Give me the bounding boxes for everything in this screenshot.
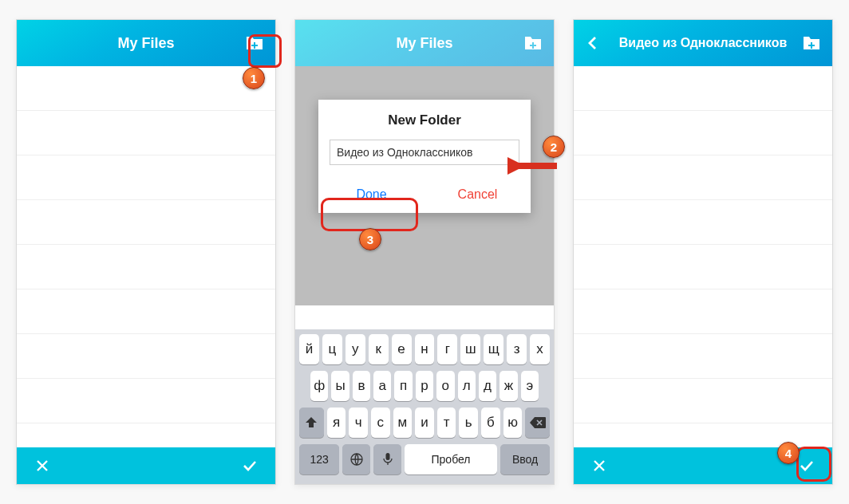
screen-1: My Files: [16, 19, 276, 485]
globe-icon: [349, 452, 364, 467]
key-щ[interactable]: щ: [484, 334, 503, 364]
list-row: [17, 66, 275, 111]
key-о[interactable]: о: [436, 371, 454, 401]
screen-2: My Files New Folder Done Cancel йцукенгш…: [294, 19, 555, 485]
list-row: [17, 334, 275, 379]
key-е[interactable]: е: [392, 334, 412, 364]
list-row: [17, 111, 275, 156]
svg-rect-7: [808, 45, 815, 46]
list-row: [17, 289, 275, 334]
callout-1: 1: [243, 67, 265, 89]
backspace-icon: [530, 417, 546, 428]
key-mic[interactable]: [373, 444, 401, 474]
key-ш[interactable]: ш: [460, 334, 480, 364]
key-а[interactable]: а: [373, 371, 391, 401]
new-folder-button[interactable]: [517, 27, 549, 59]
mic-icon: [382, 452, 393, 467]
new-folder-dialog: New Folder Done Cancel: [318, 100, 531, 213]
key-н[interactable]: н: [415, 334, 435, 364]
svg-rect-5: [385, 453, 389, 460]
list-row: [574, 156, 832, 200]
svg-rect-3: [530, 45, 536, 46]
key-й[interactable]: й: [299, 334, 319, 364]
screen-3: Видео из Одноклассников: [573, 19, 833, 485]
list-row: [17, 245, 275, 289]
check-icon: [242, 459, 258, 473]
list-row: [574, 245, 832, 289]
key-с[interactable]: с: [371, 408, 390, 438]
key-х[interactable]: х: [530, 334, 550, 364]
callout-2: 2: [543, 136, 565, 158]
close-button[interactable]: [30, 453, 55, 478]
callout-4: 4: [777, 442, 800, 464]
key-д[interactable]: д: [479, 371, 496, 401]
new-folder-button[interactable]: [239, 27, 270, 59]
svg-rect-1: [251, 45, 258, 46]
header: My Files: [17, 20, 275, 66]
new-folder-button[interactable]: [796, 27, 827, 59]
key-м[interactable]: м: [393, 408, 413, 438]
key-и[interactable]: и: [415, 408, 434, 438]
key-у[interactable]: у: [346, 334, 365, 364]
key-shift[interactable]: [299, 408, 324, 438]
key-ф[interactable]: ф: [310, 371, 328, 401]
key-з[interactable]: з: [507, 334, 527, 364]
key-я[interactable]: я: [327, 408, 346, 438]
dialog-actions: Done Cancel: [318, 178, 531, 213]
key-э[interactable]: э: [521, 371, 539, 401]
key-ы[interactable]: ы: [331, 371, 349, 401]
file-list: [17, 66, 275, 447]
keyboard: йцукенгшщзх фывапролджэ ячсмитьбю 123 Пр…: [295, 329, 554, 484]
arrow-2: [507, 156, 563, 176]
list-row: [17, 379, 275, 423]
folder-plus-icon: [802, 35, 821, 51]
header-title: My Files: [396, 35, 452, 52]
key-б[interactable]: б: [481, 408, 500, 438]
check-icon: [799, 459, 815, 473]
key-л[interactable]: л: [458, 371, 476, 401]
shift-icon: [305, 416, 318, 429]
list-row: [574, 379, 832, 423]
chevron-left-icon: [586, 36, 599, 50]
key-ч[interactable]: ч: [349, 408, 368, 438]
cancel-button[interactable]: Cancel: [424, 178, 531, 213]
done-button[interactable]: Done: [318, 178, 424, 213]
close-button[interactable]: [586, 453, 612, 478]
key-globe[interactable]: [342, 444, 370, 474]
folder-plus-icon: [245, 35, 264, 51]
header: My Files: [295, 20, 554, 66]
close-icon: [35, 459, 49, 473]
list-row: [574, 289, 832, 334]
key-к[interactable]: к: [369, 334, 389, 364]
key-т[interactable]: т: [437, 408, 456, 438]
key-ю[interactable]: ю: [503, 408, 523, 438]
list-row: [574, 66, 832, 111]
folder-name-input[interactable]: [330, 140, 519, 165]
footer: [17, 447, 275, 484]
file-list: [574, 66, 832, 447]
header: Видео из Одноклассников: [574, 20, 832, 66]
back-button[interactable]: [577, 27, 609, 59]
list-row: [17, 156, 275, 200]
key-в[interactable]: в: [353, 371, 370, 401]
key-ц[interactable]: ц: [322, 334, 342, 364]
key-г[interactable]: г: [437, 334, 457, 364]
key-enter[interactable]: Ввод: [500, 444, 550, 474]
dialog-title: New Folder: [318, 100, 531, 140]
close-icon: [592, 459, 606, 473]
header-title: Видео из Одноклассников: [619, 36, 788, 50]
list-row: [574, 334, 832, 379]
list-row: [574, 200, 832, 245]
callout-3: 3: [359, 228, 381, 250]
key-backspace[interactable]: [525, 408, 550, 438]
key-ж[interactable]: ж: [500, 371, 517, 401]
key-р[interactable]: р: [416, 371, 433, 401]
confirm-button[interactable]: [237, 453, 263, 478]
key-п[interactable]: п: [394, 371, 412, 401]
header-title: My Files: [117, 35, 174, 52]
key-space[interactable]: Пробел: [405, 444, 497, 474]
key-ь[interactable]: ь: [459, 408, 478, 438]
key-numbers[interactable]: 123: [299, 444, 339, 474]
list-row: [17, 200, 275, 245]
folder-plus-icon: [523, 35, 543, 51]
